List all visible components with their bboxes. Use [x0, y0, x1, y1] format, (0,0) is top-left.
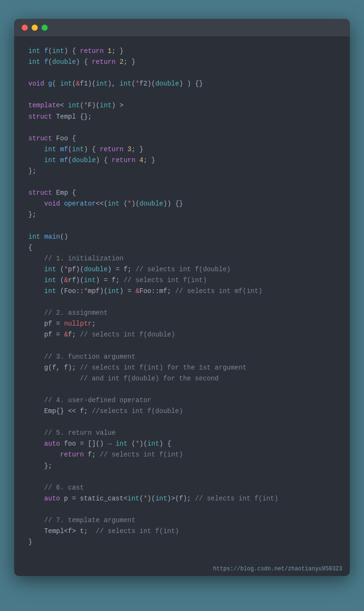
code-line-12: }; — [28, 166, 336, 177]
code-line-22: int (&rf)(int) = f; // selects int f(int… — [28, 275, 336, 286]
code-line-30: g(f, f); // selects int f(int) for the 1… — [28, 362, 336, 373]
code-line-15: void operator<<(int (*)(double)) {} — [28, 198, 336, 209]
titlebar — [14, 19, 350, 36]
code-line-6: template< int(*F)(int) > — [28, 100, 336, 111]
code-window: int f(int) { return 1; } int f(double) {… — [14, 19, 350, 576]
code-line-19: { — [28, 242, 336, 253]
code-line-9: struct Foo { — [28, 133, 336, 144]
code-line-42: auto p = static_cast<int(*)(int)>(f); //… — [28, 493, 336, 504]
maximize-button[interactable] — [42, 25, 48, 31]
code-line-10: int mf(int) { return 3; } — [28, 144, 336, 155]
code-line-2: int f(double) { return 2; } — [28, 57, 336, 68]
close-button[interactable] — [22, 25, 28, 31]
code-line-20: // 1. initialization — [28, 253, 336, 264]
footer-url: https://blog.csdn.net/zhaotianyu950323 — [14, 562, 350, 576]
code-line-33: // 4. user-defined operator — [28, 395, 336, 406]
code-line-38: return f; // selects int f(int) — [28, 449, 336, 460]
minimize-button[interactable] — [32, 25, 38, 31]
code-line-34: Emp{} << f; //selects int f(double) — [28, 406, 336, 417]
code-line-29: // 3. function argument — [28, 352, 336, 362]
code-line-16: }; — [28, 209, 336, 220]
code-line-44: // 7. template argument — [28, 515, 336, 526]
code-line-45: Templ<f> t; // selects int f(int) — [28, 526, 336, 537]
code-line-41: // 6. cast — [28, 482, 336, 493]
code-line-18: int main() — [28, 232, 336, 242]
code-line-7: struct Templ {}; — [28, 112, 336, 122]
code-line-39: }; — [28, 461, 336, 472]
code-line-21: int (*pf)(double) = f; // selects int f(… — [28, 264, 336, 275]
code-line-23: int (Foo::*mpf)(int) = &Foo::mf; // sele… — [28, 286, 336, 297]
code-line-46: } — [28, 537, 336, 548]
code-line-25: // 2. assignment — [28, 308, 336, 318]
code-line-4: void g( int(&f1)(int), int(*f2)(double) … — [28, 78, 336, 89]
code-line-26: pf = nullptr; — [28, 318, 336, 329]
code-line-31: // and int f(double) for the second — [28, 373, 336, 384]
code-line-14: struct Emp { — [28, 188, 336, 198]
code-line-11: int mf(double) { return 4; } — [28, 155, 336, 166]
code-line-1: int f(int) { return 1; } — [28, 46, 336, 57]
code-line-27: pf = &f; // selects int f(double) — [28, 329, 336, 340]
code-line-36: // 5. return value — [28, 428, 336, 439]
code-editor: int f(int) { return 1; } int f(double) {… — [14, 36, 350, 562]
url-text: https://blog.csdn.net/zhaotianyu950323 — [213, 566, 342, 572]
code-line-37: auto foo = []() → int (*)(int) { — [28, 439, 336, 449]
